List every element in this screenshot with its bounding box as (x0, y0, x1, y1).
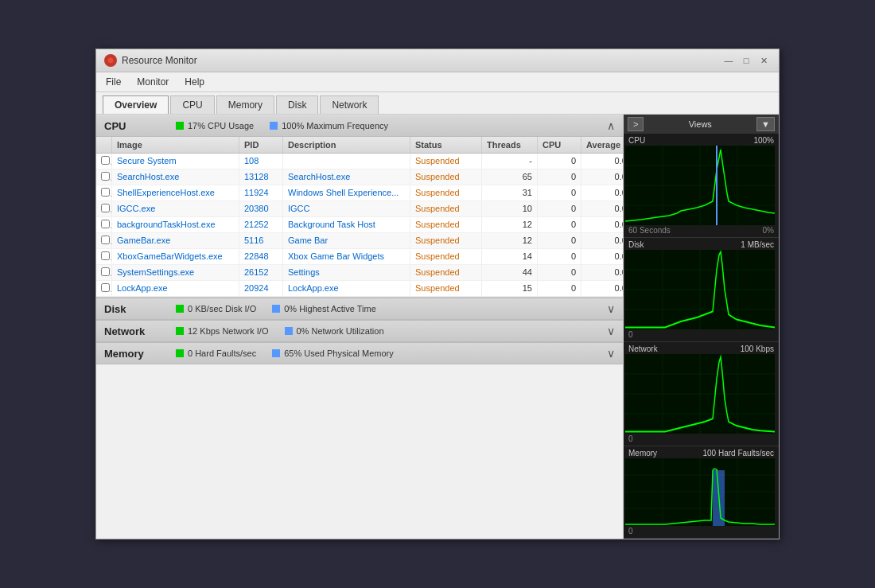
menu-monitor[interactable]: Monitor (134, 75, 172, 89)
right-panel: > Views ▼ CPU 100% (624, 115, 779, 539)
table-row[interactable]: LockApp.exe 20924 LockApp.exe Suspended … (96, 281, 623, 297)
cpu-stat1: 17% CPU Usage (176, 121, 254, 130)
memory-chart-max: 100 Hard Faults/sec (703, 449, 775, 458)
table-row[interactable]: ShellExperienceHost.exe 11924 Windows Sh… (96, 185, 623, 201)
table-row[interactable]: GameBar.exe 5116 Game Bar Suspended 12 0… (96, 233, 623, 249)
col-avg-cpu[interactable]: Average CPU (581, 137, 624, 153)
row-checkbox[interactable] (96, 265, 112, 280)
row-threads: 65 (482, 169, 538, 185)
table-row[interactable]: backgroundTaskHost.exe 21252 Background … (96, 217, 623, 233)
network-bottom-val: 0 (628, 434, 633, 443)
memory-header-left: Memory 0 Hard Faults/sec 65% Used Physic… (104, 348, 394, 360)
network-chart-label: Network (628, 345, 658, 353)
row-image: ShellExperienceHost.exe (112, 185, 239, 201)
menu-help[interactable]: Help (181, 75, 208, 89)
col-cpu[interactable]: CPU (538, 137, 581, 153)
network-section-header[interactable]: Network 12 Kbps Network I/O 0% Network U… (96, 320, 623, 342)
table-row[interactable]: XboxGameBarWidgets.exe 22848 Xbox Game B… (96, 249, 623, 265)
row-avg-cpu: 0.00 (581, 154, 623, 169)
disk-stat2-dot (272, 305, 280, 313)
row-pid: 5116 (239, 233, 283, 248)
memory-chart-section: Memory 100 Hard Faults/sec (624, 446, 779, 539)
row-status: Suspended (410, 233, 482, 248)
col-description[interactable]: Description (283, 137, 410, 153)
memory-bottom-val: 0 (628, 527, 633, 535)
maximize-button[interactable]: □ (739, 55, 753, 66)
tab-network[interactable]: Network (320, 95, 379, 114)
window-title: Resource Monitor (122, 55, 197, 66)
window-controls: — □ ✕ (721, 55, 771, 66)
row-image: XboxGameBarWidgets.exe (112, 249, 239, 264)
network-chevron-icon: ∨ (607, 325, 615, 337)
app-icon (104, 54, 117, 67)
row-status: Suspended (410, 249, 482, 264)
memory-section-header[interactable]: Memory 0 Hard Faults/sec 65% Used Physic… (96, 342, 623, 364)
table-row[interactable]: SearchHost.exe 13128 SearchHost.exe Susp… (96, 169, 623, 185)
network-stat2: 0% Network Utilization (285, 326, 384, 336)
row-checkbox[interactable] (96, 185, 112, 201)
row-threads: 31 (482, 185, 538, 201)
col-image[interactable]: Image (112, 137, 239, 153)
table-row[interactable]: IGCC.exe 20380 IGCC Suspended 10 0 0.00 (96, 201, 623, 217)
memory-chart-label-row: Memory 100 Hard Faults/sec (625, 448, 777, 458)
row-pid: 108 (239, 154, 283, 169)
row-avg-cpu: 0.00 (581, 281, 623, 296)
row-checkbox[interactable] (96, 233, 112, 248)
title-bar: Resource Monitor — □ ✕ (96, 49, 779, 72)
disk-section-header[interactable]: Disk 0 KB/sec Disk I/O 0% Highest Active… (96, 298, 623, 320)
tab-cpu[interactable]: CPU (170, 95, 214, 114)
expand-button[interactable]: > (628, 117, 644, 131)
minimize-button[interactable]: — (721, 55, 736, 66)
tab-overview[interactable]: Overview (103, 95, 169, 114)
row-avg-cpu: 0.00 (581, 265, 623, 280)
row-threads: - (482, 154, 538, 169)
cpu-chart-section: CPU 100% (624, 134, 779, 238)
menu-file[interactable]: File (103, 75, 124, 89)
row-status: Suspended (410, 169, 482, 185)
network-chart-bottom-row: 0 (625, 434, 777, 444)
close-button[interactable]: ✕ (756, 55, 771, 66)
row-cpu: 0 (538, 169, 581, 185)
row-description: Xbox Game Bar Widgets (283, 249, 410, 264)
cpu-chart-label: CPU (628, 136, 645, 145)
row-status: Suspended (410, 217, 482, 232)
col-status[interactable]: Status (410, 137, 482, 153)
table-row[interactable]: Secure System 108 Suspended - 0 0.00 (96, 154, 623, 169)
disk-stat1: 0 KB/sec Disk I/O (176, 304, 256, 313)
cpu-section-header[interactable]: CPU 17% CPU Usage 100% Maximum Frequency… (96, 115, 623, 137)
network-stat1: 12 Kbps Network I/O (176, 326, 269, 336)
row-checkbox[interactable] (96, 201, 112, 216)
tab-memory[interactable]: Memory (216, 95, 274, 114)
col-checkbox (96, 137, 112, 153)
row-checkbox[interactable] (96, 281, 112, 296)
cpu-current-val: 0% (763, 226, 774, 235)
row-description (283, 154, 410, 169)
row-pid: 11924 (239, 185, 283, 201)
row-image: IGCC.exe (112, 201, 239, 216)
left-panel: CPU 17% CPU Usage 100% Maximum Frequency… (96, 115, 624, 539)
tab-bar: Overview CPU Memory Disk Network (96, 92, 779, 115)
disk-chart-label-row: Disk 1 MB/sec (625, 239, 777, 250)
row-status: Suspended (410, 265, 482, 280)
table-row[interactable]: SystemSettings.exe 26152 Settings Suspen… (96, 265, 623, 281)
disk-chart-section: Disk 1 MB/sec 0 (624, 238, 779, 342)
network-stat2-dot (285, 327, 293, 335)
row-cpu: 0 (538, 154, 581, 169)
cpu-stat1-dot (176, 122, 184, 130)
row-checkbox[interactable] (96, 217, 112, 232)
col-threads[interactable]: Threads (482, 137, 538, 153)
row-avg-cpu: 0.00 (581, 201, 623, 216)
cpu-chart-canvas (625, 146, 775, 225)
row-cpu: 0 (538, 185, 581, 201)
row-status: Suspended (410, 154, 482, 169)
row-checkbox[interactable] (96, 169, 112, 185)
memory-chart-label: Memory (628, 449, 657, 458)
row-checkbox[interactable] (96, 154, 112, 169)
row-image: SystemSettings.exe (112, 265, 239, 280)
memory-stat2-dot (272, 349, 280, 357)
col-pid[interactable]: PID (239, 137, 283, 153)
tab-disk[interactable]: Disk (276, 95, 318, 114)
row-checkbox[interactable] (96, 249, 112, 264)
views-dropdown-button[interactable]: ▼ (756, 117, 775, 131)
row-avg-cpu: 0.00 (581, 169, 623, 185)
